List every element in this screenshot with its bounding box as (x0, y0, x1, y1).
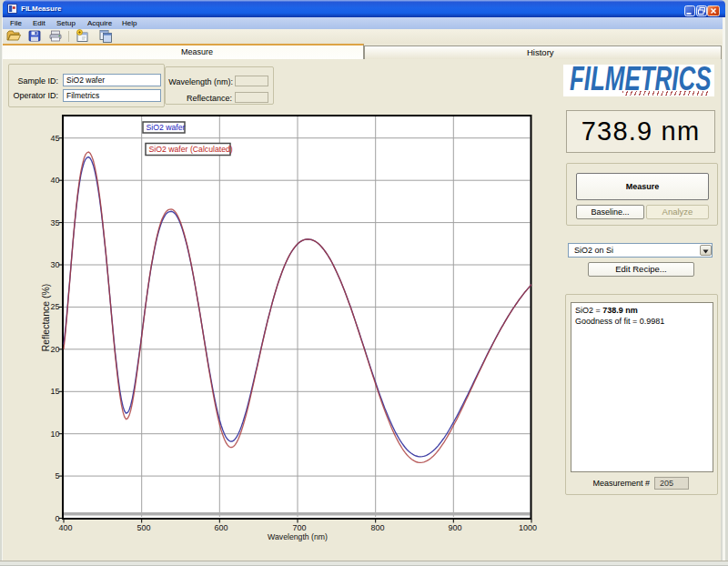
svg-text:SiO2 wafer: SiO2 wafer (147, 123, 186, 132)
svg-text:10: 10 (50, 430, 59, 439)
svg-text:700: 700 (292, 523, 306, 532)
svg-text:900: 900 (448, 523, 461, 532)
svg-text:0: 0 (55, 514, 59, 523)
svg-text:25: 25 (50, 302, 59, 311)
svg-text:Wavelength (nm): Wavelength (nm) (268, 532, 328, 541)
svg-text:45: 45 (50, 134, 59, 143)
svg-text:400: 400 (58, 523, 72, 532)
svg-text:35: 35 (50, 218, 59, 227)
svg-text:20: 20 (50, 345, 59, 354)
svg-text:30: 30 (50, 260, 59, 269)
svg-text:500: 500 (136, 523, 150, 532)
svg-text:5: 5 (55, 471, 59, 480)
svg-text:15: 15 (50, 387, 59, 396)
svg-text:800: 800 (370, 523, 384, 532)
svg-text:1000: 1000 (519, 523, 537, 532)
svg-text:600: 600 (214, 523, 228, 532)
svg-text:40: 40 (50, 176, 59, 185)
svg-text:SiO2 wafer (Calculated): SiO2 wafer (Calculated) (149, 145, 233, 154)
svg-text:Reflectance (%): Reflectance (%) (40, 284, 51, 352)
